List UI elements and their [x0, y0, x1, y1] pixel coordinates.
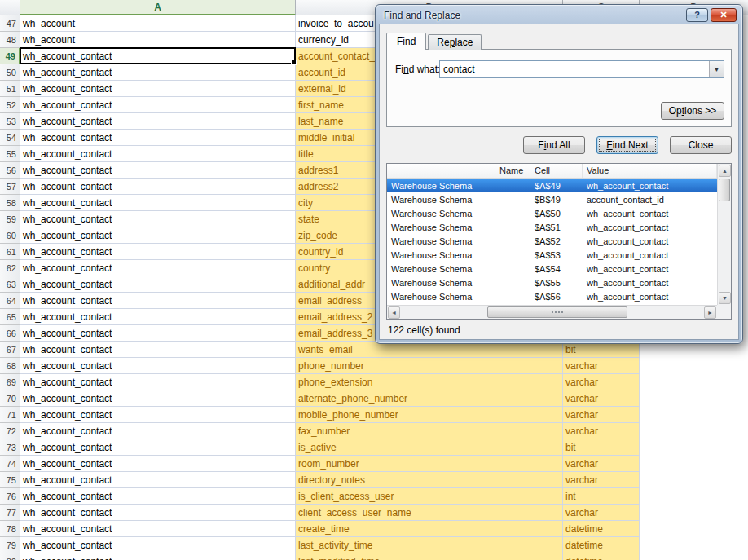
cell-A60[interactable]: wh_account_contact	[20, 227, 296, 244]
cell-A49[interactable]: wh_account_contact	[20, 48, 296, 64]
scroll-right-icon[interactable]: ►	[704, 306, 716, 319]
cell-D80[interactable]	[640, 553, 748, 560]
results-horizontal-scrollbar[interactable]: ◄ ►	[387, 305, 717, 319]
cell-A69[interactable]: wh_account_contact	[20, 374, 296, 390]
result-row-A54[interactable]: Warehouse Schema$A$54wh_account_contact	[387, 262, 717, 276]
cell-D78[interactable]	[640, 521, 748, 537]
cell-A78[interactable]: wh_account_contact	[20, 521, 296, 537]
cell-B72[interactable]: fax_number	[296, 423, 563, 439]
cell-D76[interactable]	[640, 488, 748, 505]
row-header-60[interactable]: 60	[0, 227, 20, 244]
cell-D77[interactable]	[640, 505, 748, 521]
cell-A58[interactable]: wh_account_contact	[20, 195, 296, 211]
row-header-50[interactable]: 50	[0, 64, 20, 81]
cell-C75[interactable]: varchar	[563, 472, 640, 488]
row-header-70[interactable]: 70	[0, 390, 20, 407]
row-header-67[interactable]: 67	[0, 342, 20, 358]
close-button[interactable]: Close	[670, 136, 732, 154]
cell-B75[interactable]: directory_notes	[296, 472, 563, 488]
cell-C77[interactable]: varchar	[563, 505, 640, 521]
row-header-49[interactable]: 49	[0, 48, 20, 64]
row-header-71[interactable]: 71	[0, 407, 20, 423]
scroll-down-icon[interactable]: ▼	[719, 292, 731, 304]
cell-A53[interactable]: wh_account_contact	[20, 113, 296, 130]
result-row-A52[interactable]: Warehouse Schema$A$52wh_account_contact	[387, 234, 717, 248]
cell-B70[interactable]: alternate_phone_number	[296, 390, 563, 407]
cell-A50[interactable]: wh_account_contact	[20, 64, 296, 81]
cell-A54[interactable]: wh_account_contact	[20, 130, 296, 146]
cell-A62[interactable]: wh_account_contact	[20, 260, 296, 276]
row-header-47[interactable]: 47	[0, 15, 20, 32]
results-vertical-scrollbar[interactable]: ▲ ▼	[717, 164, 731, 305]
cell-D71[interactable]	[640, 407, 748, 423]
cell-A80[interactable]: wh_account_contact	[20, 553, 296, 560]
select-all-corner[interactable]	[0, 0, 20, 15]
row-header-52[interactable]: 52	[0, 97, 20, 113]
row-header-69[interactable]: 69	[0, 374, 20, 390]
result-row-A55[interactable]: Warehouse Schema$A$55wh_account_contact	[387, 276, 717, 289]
horizontal-scroll-thumb[interactable]	[487, 306, 627, 318]
cell-D79[interactable]	[640, 537, 748, 553]
result-row-A51[interactable]: Warehouse Schema$A$51wh_account_contact	[387, 220, 717, 234]
scroll-left-icon[interactable]: ◄	[388, 306, 400, 319]
cell-A79[interactable]: wh_account_contact	[20, 537, 296, 553]
result-row-B49[interactable]: Warehouse Schema$B$49account_contact_id	[387, 192, 717, 206]
row-header-66[interactable]: 66	[0, 325, 20, 342]
row-header-57[interactable]: 57	[0, 179, 20, 195]
cell-C67[interactable]: bit	[563, 342, 640, 358]
cell-A70[interactable]: wh_account_contact	[20, 390, 296, 407]
cell-A51[interactable]: wh_account_contact	[20, 81, 296, 97]
cell-A75[interactable]: wh_account_contact	[20, 472, 296, 488]
cell-A76[interactable]: wh_account_contact	[20, 488, 296, 505]
tab-find[interactable]: Find	[386, 33, 426, 50]
row-header-76[interactable]: 76	[0, 488, 20, 505]
cell-C70[interactable]: varchar	[563, 390, 640, 407]
dialog-titlebar[interactable]: Find and Replace ? ✕	[376, 5, 742, 24]
find-next-button[interactable]: Find Next	[596, 136, 658, 154]
cell-A77[interactable]: wh_account_contact	[20, 505, 296, 521]
row-header-77[interactable]: 77	[0, 505, 20, 521]
cell-D74[interactable]	[640, 456, 748, 472]
row-header-64[interactable]: 64	[0, 293, 20, 309]
row-header-73[interactable]: 73	[0, 439, 20, 456]
cell-C78[interactable]: datetime	[563, 521, 640, 537]
tab-replace[interactable]: Replace	[428, 34, 482, 50]
options-button[interactable]: Options >>	[661, 102, 724, 120]
row-header-51[interactable]: 51	[0, 81, 20, 97]
result-row-A56[interactable]: Warehouse Schema$A$56wh_account_contact	[387, 289, 717, 303]
results-col-cell[interactable]: Cell	[530, 164, 583, 178]
row-header-59[interactable]: 59	[0, 211, 20, 227]
cell-A63[interactable]: wh_account_contact	[20, 276, 296, 293]
help-button[interactable]: ?	[686, 8, 708, 22]
close-icon[interactable]: ✕	[711, 8, 737, 22]
row-header-65[interactable]: 65	[0, 309, 20, 325]
row-header-53[interactable]: 53	[0, 113, 20, 130]
cell-A64[interactable]: wh_account_contact	[20, 293, 296, 309]
chevron-down-icon[interactable]: ▼	[709, 61, 724, 77]
row-header-75[interactable]: 75	[0, 472, 20, 488]
results-col-sheet[interactable]	[387, 164, 495, 178]
cell-B74[interactable]: room_number	[296, 456, 563, 472]
find-what-value[interactable]: contact	[440, 61, 709, 77]
cell-D70[interactable]	[640, 390, 748, 407]
cell-B78[interactable]: create_time	[296, 521, 563, 537]
row-header-61[interactable]: 61	[0, 244, 20, 260]
cell-B76[interactable]: is_client_access_user	[296, 488, 563, 505]
cell-A55[interactable]: wh_account_contact	[20, 146, 296, 162]
cell-D69[interactable]	[640, 374, 748, 390]
cell-C71[interactable]: varchar	[563, 407, 640, 423]
cell-A73[interactable]: wh_account_contact	[20, 439, 296, 456]
cell-B73[interactable]: is_active	[296, 439, 563, 456]
row-header-74[interactable]: 74	[0, 456, 20, 472]
row-header-55[interactable]: 55	[0, 146, 20, 162]
cell-B79[interactable]: last_activity_time	[296, 537, 563, 553]
row-header-62[interactable]: 62	[0, 260, 20, 276]
cell-C68[interactable]: varchar	[563, 358, 640, 374]
cell-A72[interactable]: wh_account_contact	[20, 423, 296, 439]
results-col-value[interactable]: Value	[583, 164, 717, 178]
row-header-58[interactable]: 58	[0, 195, 20, 211]
cell-A65[interactable]: wh_account_contact	[20, 309, 296, 325]
vertical-scroll-thumb[interactable]	[719, 179, 730, 201]
row-header-48[interactable]: 48	[0, 32, 20, 48]
cell-D75[interactable]	[640, 472, 748, 488]
